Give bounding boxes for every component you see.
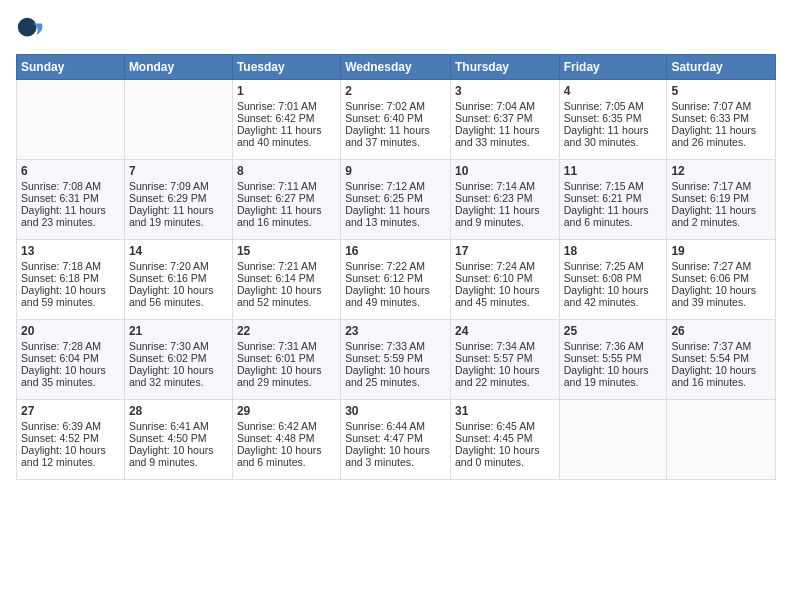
calendar-cell: 24Sunrise: 7:34 AMSunset: 5:57 PMDayligh… (450, 320, 559, 400)
day-info: Sunrise: 7:20 AM (129, 260, 228, 272)
day-info: Daylight: 10 hours and 59 minutes. (21, 284, 120, 308)
day-info: Sunset: 6:18 PM (21, 272, 120, 284)
day-info: Sunset: 6:12 PM (345, 272, 446, 284)
day-info: Sunrise: 7:04 AM (455, 100, 555, 112)
day-info: Sunrise: 7:18 AM (21, 260, 120, 272)
calendar-cell: 9Sunrise: 7:12 AMSunset: 6:25 PMDaylight… (341, 160, 451, 240)
day-number: 4 (564, 84, 663, 98)
weekday-header: Monday (124, 55, 232, 80)
day-number: 12 (671, 164, 771, 178)
calendar-cell: 19Sunrise: 7:27 AMSunset: 6:06 PMDayligh… (667, 240, 776, 320)
day-info: Sunrise: 7:09 AM (129, 180, 228, 192)
day-number: 13 (21, 244, 120, 258)
day-info: Sunset: 6:25 PM (345, 192, 446, 204)
day-number: 28 (129, 404, 228, 418)
day-info: Sunrise: 7:22 AM (345, 260, 446, 272)
day-info: Daylight: 10 hours and 25 minutes. (345, 364, 446, 388)
day-info: Sunrise: 7:01 AM (237, 100, 336, 112)
day-info: Sunset: 4:45 PM (455, 432, 555, 444)
calendar-cell: 28Sunrise: 6:41 AMSunset: 4:50 PMDayligh… (124, 400, 232, 480)
day-number: 31 (455, 404, 555, 418)
day-info: Sunrise: 7:24 AM (455, 260, 555, 272)
day-number: 26 (671, 324, 771, 338)
calendar-cell: 23Sunrise: 7:33 AMSunset: 5:59 PMDayligh… (341, 320, 451, 400)
calendar-cell: 8Sunrise: 7:11 AMSunset: 6:27 PMDaylight… (232, 160, 340, 240)
day-info: Sunrise: 7:15 AM (564, 180, 663, 192)
day-info: Sunset: 6:42 PM (237, 112, 336, 124)
day-info: Daylight: 11 hours and 19 minutes. (129, 204, 228, 228)
day-number: 1 (237, 84, 336, 98)
day-number: 6 (21, 164, 120, 178)
day-info: Daylight: 10 hours and 16 minutes. (671, 364, 771, 388)
calendar-cell: 6Sunrise: 7:08 AMSunset: 6:31 PMDaylight… (17, 160, 125, 240)
day-info: Daylight: 10 hours and 56 minutes. (129, 284, 228, 308)
day-info: Sunrise: 7:37 AM (671, 340, 771, 352)
day-info: Sunset: 5:59 PM (345, 352, 446, 364)
calendar-cell: 26Sunrise: 7:37 AMSunset: 5:54 PMDayligh… (667, 320, 776, 400)
calendar-cell: 22Sunrise: 7:31 AMSunset: 6:01 PMDayligh… (232, 320, 340, 400)
day-number: 15 (237, 244, 336, 258)
calendar-cell: 25Sunrise: 7:36 AMSunset: 5:55 PMDayligh… (559, 320, 667, 400)
day-info: Sunset: 6:33 PM (671, 112, 771, 124)
day-info: Sunset: 6:23 PM (455, 192, 555, 204)
calendar-cell: 15Sunrise: 7:21 AMSunset: 6:14 PMDayligh… (232, 240, 340, 320)
day-number: 21 (129, 324, 228, 338)
calendar-table: SundayMondayTuesdayWednesdayThursdayFrid… (16, 54, 776, 480)
day-info: Daylight: 10 hours and 42 minutes. (564, 284, 663, 308)
day-number: 8 (237, 164, 336, 178)
day-info: Sunrise: 7:21 AM (237, 260, 336, 272)
calendar-cell: 30Sunrise: 6:44 AMSunset: 4:47 PMDayligh… (341, 400, 451, 480)
day-info: Sunset: 6:14 PM (237, 272, 336, 284)
day-info: Sunset: 6:19 PM (671, 192, 771, 204)
day-info: Sunrise: 7:34 AM (455, 340, 555, 352)
day-number: 23 (345, 324, 446, 338)
day-number: 25 (564, 324, 663, 338)
day-number: 11 (564, 164, 663, 178)
day-info: Sunset: 6:37 PM (455, 112, 555, 124)
day-number: 3 (455, 84, 555, 98)
calendar-cell: 14Sunrise: 7:20 AMSunset: 6:16 PMDayligh… (124, 240, 232, 320)
calendar-cell: 7Sunrise: 7:09 AMSunset: 6:29 PMDaylight… (124, 160, 232, 240)
day-info: Sunset: 6:16 PM (129, 272, 228, 284)
day-info: Daylight: 10 hours and 6 minutes. (237, 444, 336, 468)
day-info: Daylight: 10 hours and 52 minutes. (237, 284, 336, 308)
day-info: Daylight: 10 hours and 35 minutes. (21, 364, 120, 388)
day-info: Sunrise: 7:31 AM (237, 340, 336, 352)
day-info: Sunset: 6:31 PM (21, 192, 120, 204)
day-info: Sunrise: 7:02 AM (345, 100, 446, 112)
day-info: Sunset: 6:21 PM (564, 192, 663, 204)
day-number: 20 (21, 324, 120, 338)
day-number: 18 (564, 244, 663, 258)
day-info: Sunrise: 7:30 AM (129, 340, 228, 352)
weekday-header: Saturday (667, 55, 776, 80)
day-number: 5 (671, 84, 771, 98)
day-info: Sunset: 6:01 PM (237, 352, 336, 364)
day-number: 19 (671, 244, 771, 258)
day-info: Sunset: 4:47 PM (345, 432, 446, 444)
day-info: Daylight: 11 hours and 2 minutes. (671, 204, 771, 228)
calendar-cell: 5Sunrise: 7:07 AMSunset: 6:33 PMDaylight… (667, 80, 776, 160)
day-info: Daylight: 11 hours and 26 minutes. (671, 124, 771, 148)
day-info: Daylight: 10 hours and 49 minutes. (345, 284, 446, 308)
day-info: Daylight: 10 hours and 12 minutes. (21, 444, 120, 468)
day-info: Daylight: 10 hours and 29 minutes. (237, 364, 336, 388)
weekday-header: Tuesday (232, 55, 340, 80)
day-number: 27 (21, 404, 120, 418)
calendar-cell: 13Sunrise: 7:18 AMSunset: 6:18 PMDayligh… (17, 240, 125, 320)
day-info: Sunset: 6:40 PM (345, 112, 446, 124)
weekday-header: Sunday (17, 55, 125, 80)
calendar-cell: 2Sunrise: 7:02 AMSunset: 6:40 PMDaylight… (341, 80, 451, 160)
day-info: Sunset: 5:54 PM (671, 352, 771, 364)
calendar-cell: 10Sunrise: 7:14 AMSunset: 6:23 PMDayligh… (450, 160, 559, 240)
day-info: Daylight: 10 hours and 0 minutes. (455, 444, 555, 468)
day-number: 9 (345, 164, 446, 178)
day-info: Daylight: 11 hours and 16 minutes. (237, 204, 336, 228)
day-info: Daylight: 10 hours and 22 minutes. (455, 364, 555, 388)
day-info: Sunset: 4:48 PM (237, 432, 336, 444)
day-info: Sunset: 6:35 PM (564, 112, 663, 124)
day-info: Sunset: 5:57 PM (455, 352, 555, 364)
day-info: Sunset: 6:06 PM (671, 272, 771, 284)
day-number: 24 (455, 324, 555, 338)
day-info: Daylight: 10 hours and 3 minutes. (345, 444, 446, 468)
calendar-cell: 17Sunrise: 7:24 AMSunset: 6:10 PMDayligh… (450, 240, 559, 320)
